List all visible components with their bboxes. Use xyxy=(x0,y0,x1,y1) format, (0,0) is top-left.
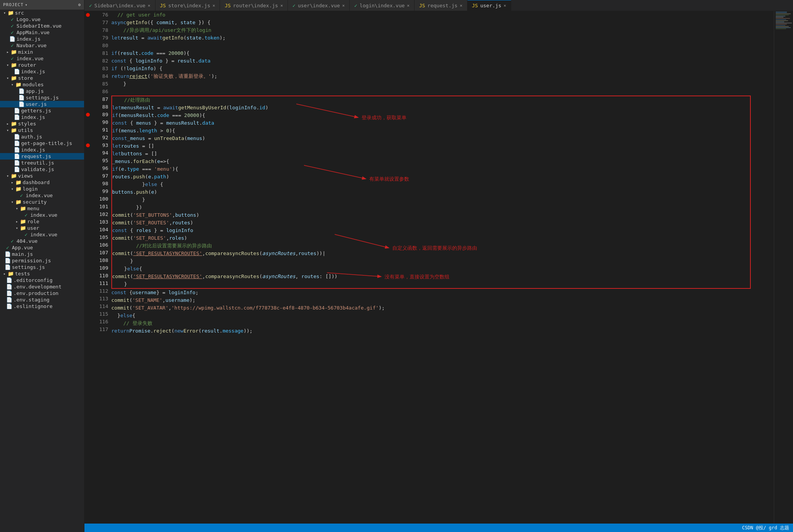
code-line-115: }else{ xyxy=(111,312,751,320)
code-line-113: commit('SET_NAME',username); xyxy=(111,296,751,304)
sidebar-item-user-index[interactable]: ✓ index.vue xyxy=(0,231,84,238)
sidebar-item-user-js[interactable]: 📄 user.js xyxy=(0,101,84,107)
tab-request[interactable]: JS request.js ✕ xyxy=(415,0,468,11)
sidebar-item-dashboard[interactable]: ▸ 📁 dashboard xyxy=(0,179,84,186)
sidebar-item-getpagetitle[interactable]: 📄 get-page-title.js xyxy=(0,140,84,147)
sidebar-item-settings-js[interactable]: 📄 settings.js xyxy=(0,94,84,101)
sidebar-item-views[interactable]: ▾ 📁 views xyxy=(0,173,84,179)
expand-arrow-menu: ▾ xyxy=(14,206,20,211)
code-editor-area[interactable]: // get user info async getInfo({ commit,… xyxy=(111,11,774,524)
sidebar-item-login[interactable]: ▾ 📁 login xyxy=(0,186,84,192)
sidebar-item-role[interactable]: ▸ 📁 role xyxy=(0,218,84,225)
minimap xyxy=(774,11,793,524)
sidebar-item-index-vue[interactable]: ✓ index.vue xyxy=(0,55,84,62)
tab-router-index[interactable]: JS router\index.js ✕ xyxy=(220,0,288,11)
sidebar-item-validate[interactable]: 📄 validate.js xyxy=(0,166,84,173)
sidebar-item-editorconfig[interactable]: 📄 .editorconfig xyxy=(0,277,84,283)
settings-icon[interactable]: ⚙ xyxy=(78,2,81,7)
tab-close-user-js[interactable]: ✕ xyxy=(504,3,506,8)
sidebar-item-indexjs-src[interactable]: 📄 index.js xyxy=(0,36,84,42)
tab-store-index[interactable]: JS store\index.js ✕ xyxy=(155,0,220,11)
file-icon: 📄 xyxy=(6,303,12,309)
code-line-109: }else{ xyxy=(112,265,750,273)
code-line-108: } xyxy=(112,257,750,265)
sidebar-item-router-index[interactable]: 📄 index.js xyxy=(0,68,84,75)
sidebar-item-menu-index[interactable]: ✓ index.vue xyxy=(0,212,84,218)
sidebar-item-modules[interactable]: ▾ 📁 modules xyxy=(0,81,84,88)
statusbar-text: CSDN @投/ grd 志题 xyxy=(742,525,789,531)
code-line-84: return reject('验证失败，请重新登录。'); xyxy=(111,72,751,80)
code-line-78: //异步调用/api/user文件下的login xyxy=(111,26,751,34)
tab-login-index[interactable]: ✓ login\index.vue ✕ xyxy=(350,0,415,11)
sidebar-item-sidebaritem[interactable]: ✓ SidebarItem.vue xyxy=(0,23,84,29)
sidebar-item-navbar[interactable]: ✓ Navbar.vue xyxy=(0,42,84,49)
tab-close-request[interactable]: ✕ xyxy=(460,3,463,8)
code-line-87: //处理路由 xyxy=(112,96,750,104)
code-line-92: const _menus = unTreeData(menus) xyxy=(112,135,750,142)
sidebar-item-getters-js[interactable]: 📄 getters.js xyxy=(0,107,84,114)
sidebar-item-treeutil[interactable]: 📄 treeutil.js xyxy=(0,160,84,166)
sidebar-item-styles[interactable]: ▸ 📁 styles xyxy=(0,120,84,127)
code-line-80 xyxy=(111,42,751,49)
sidebar-item-store[interactable]: ▾ 📁 store xyxy=(0,75,84,81)
sidebar-item-utils-index[interactable]: 📄 index.js xyxy=(0,147,84,153)
code-line-97: routes.push(e.path) xyxy=(112,173,750,181)
code-line-112: const {username} = loginInfo; xyxy=(111,289,751,296)
sidebar-item-security[interactable]: ▾ 📁 security xyxy=(0,199,84,205)
tab-close-user-index[interactable]: ✕ xyxy=(342,3,345,8)
js-icon: 📄 xyxy=(18,88,25,94)
js-icon: 📄 xyxy=(18,101,25,107)
sidebar-item-main-js[interactable]: 📄 main.js xyxy=(0,251,84,257)
code-line-81: if(result.code === 20000){ xyxy=(111,49,751,57)
code-line-96: if(e.type === 'menu'){ xyxy=(112,165,750,173)
sidebar-item-tests[interactable]: ▸ 📁 tests xyxy=(0,270,84,277)
sidebar-item-login-index[interactable]: ✓ index.vue xyxy=(0,192,84,199)
folder-icon: 📁 xyxy=(11,121,17,127)
sidebar-item-request[interactable]: 📄 request.js xyxy=(0,153,84,160)
sidebar-item-router[interactable]: ▾ 📁 router xyxy=(0,62,84,68)
expand-arrow-mixin: ▸ xyxy=(5,50,11,54)
code-line-86 xyxy=(111,88,751,96)
vue-tab-icon: ✓ xyxy=(354,3,357,8)
sidebar-item-app-js[interactable]: 📄 app.js xyxy=(0,88,84,94)
tab-label: user\index.vue xyxy=(298,3,340,8)
folder-icon: 📁 xyxy=(20,206,26,211)
tab-close-sidebar[interactable]: ✕ xyxy=(148,3,150,8)
sidebar-item-env-staging[interactable]: 📄 .env.staging xyxy=(0,296,84,303)
code-line-90: const { menus } = menusResult.data xyxy=(112,119,750,127)
tab-sidebar-index[interactable]: ✓ Sidebar\index.vue ✕ xyxy=(84,0,155,11)
sidebar-item-eslintignore[interactable]: 📄 .eslintignore xyxy=(0,303,84,310)
sidebar-item-utils[interactable]: ▾ 📁 utils xyxy=(0,127,84,133)
sidebar-item-app-vue[interactable]: ✓ App.vue xyxy=(0,244,84,251)
vue-icon: ✓ xyxy=(9,16,15,22)
tab-close-store[interactable]: ✕ xyxy=(213,3,215,8)
folder-icon: 📁 xyxy=(11,62,17,68)
sidebar-item-store-index[interactable]: 📄 index.js xyxy=(0,114,84,120)
vue-icon: ✓ xyxy=(9,56,15,61)
tab-label: store\index.js xyxy=(168,3,210,8)
vue-icon: ✓ xyxy=(9,43,15,48)
tab-close-router[interactable]: ✕ xyxy=(280,3,283,8)
code-line-88: let menusResult = await getMenusByUserId… xyxy=(112,104,750,112)
tab-close-login[interactable]: ✕ xyxy=(407,3,410,8)
sidebar-item-settings-root[interactable]: 📄 settings.js xyxy=(0,264,84,270)
js-icon: 📄 xyxy=(5,251,11,257)
sidebar-item-logo[interactable]: ✓ Logo.vue xyxy=(0,16,84,23)
code-line-83: if (!loginInfo) { xyxy=(111,65,751,72)
sidebar-item-menu[interactable]: ▾ 📁 menu xyxy=(0,205,84,212)
sidebar-item-env-prod[interactable]: 📄 .env.production xyxy=(0,290,84,296)
sidebar-item-permission[interactable]: 📄 permission.js xyxy=(0,257,84,264)
sidebar-item-appmain[interactable]: ✓ AppMain.vue xyxy=(0,29,84,36)
folder-icon: 📁 xyxy=(15,180,21,185)
expand-arrow-utils: ▾ xyxy=(5,128,11,132)
sidebar-item-env-dev[interactable]: 📄 .env.development xyxy=(0,283,84,290)
sidebar-item-mixin[interactable]: ▸ 📁 mixin xyxy=(0,49,84,55)
tab-user-js[interactable]: JS user.js ✕ xyxy=(468,0,511,11)
sidebar-item-src[interactable]: ▾ 📁 src xyxy=(0,10,84,16)
code-line-100: } xyxy=(112,196,750,204)
sidebar-item-user-folder[interactable]: ▾ 📁 user xyxy=(0,225,84,231)
code-content[interactable]: 76 77 78 79 80 81 82 83 84 85 86 87 88 8… xyxy=(84,11,774,524)
sidebar-item-404[interactable]: ✓ 404.vue xyxy=(0,238,84,244)
tab-user-index[interactable]: ✓ user\index.vue ✕ xyxy=(288,0,350,11)
sidebar-item-auth[interactable]: 📄 auth.js xyxy=(0,133,84,140)
